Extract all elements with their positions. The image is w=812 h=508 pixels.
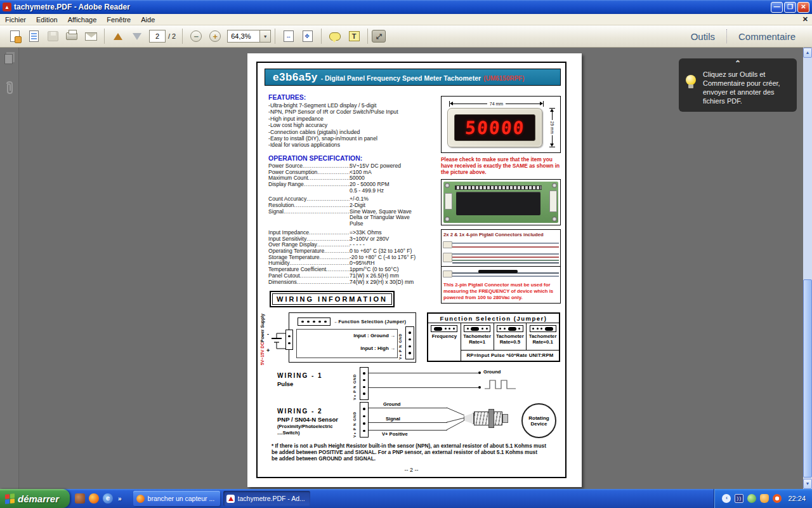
menu-item-aide[interactable]: Aide [136, 15, 160, 24]
taskbar: démarrer e » brancher un capteur ...tach… [0, 489, 812, 508]
highlight-text-button[interactable]: T [346, 28, 362, 44]
feature-item: -Ultra-bright 7-Segment LED display / 5-… [268, 102, 428, 109]
fit-page-button[interactable] [299, 28, 316, 44]
wire-line [369, 387, 478, 388]
page-thumbnails-icon[interactable] [4, 54, 13, 64]
spec-label: Dimensions [268, 279, 297, 286]
fit-page-icon [303, 30, 313, 42]
scroll-up-button[interactable]: ▲ [803, 48, 812, 58]
app-icon[interactable] [75, 493, 85, 504]
close-button[interactable]: ✕ [797, 2, 809, 13]
input-pin-connector [405, 326, 414, 359]
spec-row: Humidity0~95%RH [268, 260, 428, 267]
fit-width-button[interactable] [280, 28, 297, 44]
menu-item-fentre[interactable]: Fenêtre [102, 15, 136, 24]
spec-label: Input Sensitivity [268, 236, 306, 243]
spec-label-group: Signal [268, 209, 350, 227]
connector-plug [443, 241, 452, 248]
voltage-label: 5V~15V DC [260, 342, 265, 365]
open-file-button[interactable] [6, 28, 23, 44]
previous-page-button[interactable] [110, 28, 126, 44]
minimize-button[interactable]: — [771, 2, 783, 13]
tray-collapse-chevron[interactable]: ‹ [722, 494, 731, 503]
save-icon [48, 31, 58, 41]
wiring1-subtitle: Pulse [277, 380, 293, 387]
scroll-down-button[interactable]: ▼ [803, 479, 812, 489]
function-label: Tachometer [496, 333, 524, 339]
zoom-dropdown-button[interactable]: ▼ [260, 30, 271, 43]
create-pdf-icon [29, 30, 39, 42]
input-high-label: Input : High → [360, 345, 395, 351]
email-icon [85, 32, 97, 41]
check-item-note: Please check to make sure that the item … [441, 156, 561, 175]
scrollbar-thumb[interactable] [803, 279, 812, 478]
spec-label-group: Power Source [268, 163, 350, 170]
email-button[interactable] [82, 28, 99, 44]
firefox-icon[interactable] [89, 493, 99, 504]
menu-item-fichier[interactable]: Fichier [0, 15, 31, 24]
jumper-pin [540, 328, 542, 330]
zoom-level-field[interactable]: 64,3% [227, 30, 260, 43]
spec-leader-dots [324, 248, 350, 255]
zoom-out-icon: − [190, 30, 202, 42]
spec-value: 20 - 50000 RPM 0.5 - 499.9 Hz [350, 182, 428, 194]
spec-label-group: Input Sensitivity [268, 236, 350, 243]
jumper-cap [471, 327, 479, 331]
spec-label-group: Count Accuracy [268, 196, 350, 203]
print-icon [66, 32, 77, 40]
menu-item-edition[interactable]: Edition [31, 15, 63, 24]
pigtail-note: This 2-pin Pigtail Connector must be use… [442, 281, 560, 303]
pulse-waveform [485, 379, 516, 390]
comment-button[interactable] [327, 28, 343, 44]
create-pdf-button[interactable] [25, 28, 42, 44]
menu-item-affichage[interactable]: Affichage [63, 15, 102, 24]
taskbar-task-2[interactable]: tachymetre.PDF - Ad... [223, 491, 310, 506]
spec-leader-dots [284, 209, 350, 227]
wiring-diagram-main: ←Function Selection (Jumper) Input : Gro… [289, 312, 416, 363]
spec-leader-dots [303, 163, 350, 170]
spec-label-group: Humidity [268, 260, 350, 267]
tray-shield-icon[interactable] [760, 494, 769, 503]
commentaire-button[interactable]: Commentaire [727, 31, 807, 42]
start-label: démarrer [18, 493, 59, 504]
tray-green-icon[interactable] [747, 494, 756, 503]
save-button[interactable] [44, 28, 61, 44]
toolbar-separator [104, 29, 105, 44]
spec-leader-dots [306, 196, 350, 203]
page-number-input[interactable] [149, 30, 166, 43]
print-button[interactable] [63, 28, 80, 44]
spec-row: Dimensions74(W) x 29(H) x 30(D) mm [268, 279, 428, 286]
vertical-scrollbar[interactable]: ▲ ▼ [803, 48, 812, 489]
power-supply-text: Power Supply [260, 314, 265, 342]
internet-explorer-icon[interactable]: e [103, 493, 113, 504]
network-monitor-icon[interactable]: )) [735, 494, 743, 503]
pdf-page[interactable]: e3b6a5y - Digital Panel Frequency Speed … [247, 53, 582, 487]
function-label: Frequency [432, 333, 457, 339]
restore-button[interactable]: ❐ [784, 2, 796, 13]
tray-orange-ring-icon[interactable] [773, 494, 782, 503]
next-page-button[interactable] [129, 28, 145, 44]
fullscreen-button[interactable]: ⤢ [372, 30, 386, 43]
quicklaunch-overflow-chevron[interactable]: » [118, 495, 122, 502]
lightbulb-icon [686, 75, 696, 85]
spec-leader-dots [317, 170, 350, 176]
zoom-out-button[interactable]: − [188, 28, 204, 44]
spec-label: Storage Temperature [268, 255, 320, 261]
outils-button[interactable]: Outils [679, 31, 726, 42]
ground-label: Ground [383, 401, 400, 407]
product-header: e3b6a5y - Digital Panel Frequency Speed … [265, 69, 561, 86]
quick-launch-bar: e » [70, 493, 127, 504]
spec-leader-dots [320, 255, 350, 261]
start-button[interactable]: démarrer [0, 489, 70, 508]
taskbar-task-1[interactable]: brancher un capteur ... [133, 491, 220, 506]
spec-label-group: Input Impedance [268, 230, 350, 236]
spec-leader-dots [300, 273, 350, 279]
wiring-information-title: WIRING INFORMATION [272, 293, 392, 305]
spec-row: Input Impedance=>33K Ohms [268, 230, 428, 236]
zoom-in-button[interactable]: + [207, 28, 223, 44]
divider [442, 266, 560, 267]
close-document-icon[interactable]: ✕ [802, 15, 808, 23]
jumper-pin [481, 328, 483, 330]
attachments-paperclip-icon[interactable] [3, 79, 16, 98]
pigtail-frequency-wire [442, 268, 560, 279]
